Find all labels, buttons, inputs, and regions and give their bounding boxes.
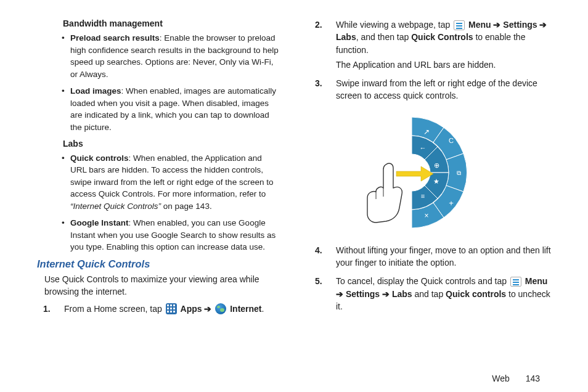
step-text: To cancel, display the Quick controls an… <box>336 276 509 286</box>
step-4: 4. Without lifting your finger, move to … <box>329 244 551 269</box>
svg-text:+: + <box>449 198 454 208</box>
menu-label: Menu <box>525 276 548 286</box>
svg-text:←: ← <box>419 144 426 152</box>
apps-icon <box>166 303 177 314</box>
steps-left: 1. From a Home screen, tap Apps ➔ Intern… <box>37 303 279 315</box>
svg-text:↗: ↗ <box>423 128 430 136</box>
quick-controls-figure: ↗ C ⧉ + × ← ⊕ ★ ≡ <box>353 111 507 234</box>
labs-label: Labs <box>336 32 356 42</box>
qc-label: Quick Controls <box>411 32 473 42</box>
bullet-title: Google Instant <box>70 218 129 227</box>
apps-label: Apps <box>181 304 205 314</box>
qc-label: Quick controls <box>446 289 506 299</box>
bullet-load-images: Load images: When enabled, images are au… <box>64 85 279 133</box>
bullet-title: Load images <box>70 86 121 96</box>
settings-label: Settings <box>346 289 382 299</box>
step-number: 2. <box>315 18 322 31</box>
arrow-icon: ➔ <box>336 289 343 299</box>
bullet-ref: “Internet Quick Controls” <box>70 202 161 211</box>
step-text: While viewing a webpage, tap <box>336 20 452 30</box>
step-2-sub: The Application and URL bars are hidden. <box>336 59 551 71</box>
svg-text:⊕: ⊕ <box>433 161 439 169</box>
steps-right-2: 4. Without lifting your finger, move to … <box>309 244 551 312</box>
arrow-icon: ➔ <box>204 304 211 314</box>
steps-right: 2. While viewing a webpage, tap Menu ➔ S… <box>309 18 551 102</box>
footer-page-number: 143 <box>526 374 540 383</box>
internet-label: Internet <box>230 304 261 314</box>
step-5: 5. To cancel, display the Quick controls… <box>329 275 551 312</box>
step-3: 3. Swipe inward from the left or right e… <box>329 77 551 102</box>
bandwidth-list: Preload search results: Enable the brows… <box>55 32 279 134</box>
arrow-icon: ➔ <box>382 289 390 299</box>
step-1: 1. From a Home screen, tap Apps ➔ Intern… <box>57 303 279 315</box>
step-text: and tap <box>412 289 446 299</box>
intro-text: Use Quick Controls to maximize your view… <box>44 274 279 298</box>
quick-controls-svg: ↗ C ⧉ + × ← ⊕ ★ ≡ <box>353 111 507 234</box>
svg-text:×: × <box>424 211 428 220</box>
step-number: 5. <box>315 275 322 287</box>
labs-list: Quick controls: When enabled, the Applic… <box>55 152 279 254</box>
page-footer: Web 143 <box>492 374 540 383</box>
step-number: 3. <box>315 77 322 89</box>
step-text: Without lifting your finger, move to an … <box>336 245 551 267</box>
step-text: From a Home screen, tap <box>64 304 165 314</box>
menu-icon <box>454 20 465 30</box>
bullet-google-instant: Google Instant: When enabled, you can us… <box>64 217 279 253</box>
globe-icon <box>215 303 226 314</box>
bullet-title: Preload search results <box>70 33 160 43</box>
step-text: , and then tap <box>356 32 412 42</box>
right-column: 2. While viewing a webpage, tap Menu ➔ S… <box>309 17 551 362</box>
svg-text:C: C <box>449 137 454 144</box>
bullet-quick-controls: Quick controls: When enabled, the Applic… <box>64 152 279 213</box>
section-title-iqc: Internet Quick Controls <box>37 258 279 270</box>
arrow-icon: ➔ <box>493 20 500 30</box>
menu-label: Menu <box>468 20 493 30</box>
svg-text:★: ★ <box>433 178 439 185</box>
svg-text:≡: ≡ <box>420 192 424 200</box>
subhead-labs: Labs <box>63 139 279 149</box>
bullet-title: Quick controls <box>70 153 129 163</box>
bullet-text-b: on page 143. <box>161 202 212 211</box>
arrow-icon: ➔ <box>539 20 547 30</box>
svg-text:⧉: ⧉ <box>456 169 460 176</box>
settings-label: Settings <box>503 20 539 30</box>
step-text: Swipe inward from the left or right edge… <box>336 78 537 100</box>
left-column: Bandwidth management Preload search resu… <box>37 17 279 362</box>
step-2: 2. While viewing a webpage, tap Menu ➔ S… <box>329 18 551 71</box>
subhead-bandwidth: Bandwidth management <box>63 18 279 28</box>
footer-section: Web <box>492 374 510 383</box>
dot: . <box>262 304 264 314</box>
step-number: 4. <box>315 244 322 256</box>
labs-label: Labs <box>392 289 412 299</box>
step-number: 1. <box>43 303 51 315</box>
bullet-preload: Preload search results: Enable the brows… <box>64 32 279 80</box>
menu-icon <box>510 277 521 287</box>
page-columns: Bandwidth management Preload search resu… <box>37 17 551 362</box>
